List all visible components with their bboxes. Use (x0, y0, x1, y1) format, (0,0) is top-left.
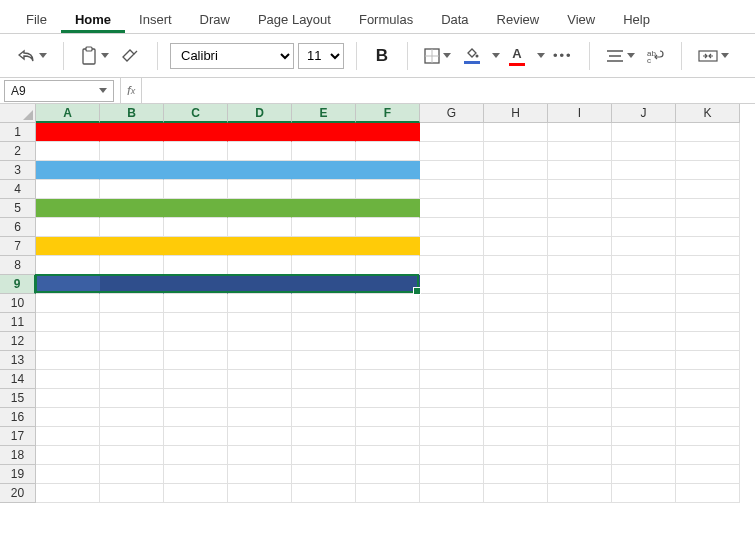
cell[interactable] (228, 237, 292, 256)
cell[interactable] (100, 389, 164, 408)
cell[interactable] (164, 275, 228, 294)
row-header[interactable]: 14 (0, 370, 36, 389)
cell[interactable] (356, 218, 420, 237)
cell[interactable] (228, 142, 292, 161)
cell[interactable] (420, 294, 484, 313)
cell[interactable] (484, 389, 548, 408)
cell[interactable] (100, 275, 164, 294)
cell[interactable] (548, 446, 612, 465)
cell[interactable] (292, 237, 356, 256)
cell[interactable] (228, 351, 292, 370)
cell[interactable] (292, 218, 356, 237)
cell[interactable] (484, 351, 548, 370)
cell[interactable] (356, 427, 420, 446)
cell[interactable] (612, 294, 676, 313)
cell[interactable] (164, 446, 228, 465)
cell[interactable] (228, 370, 292, 389)
cell[interactable] (164, 370, 228, 389)
alignment-button[interactable] (602, 42, 639, 70)
cell[interactable] (164, 294, 228, 313)
cell[interactable] (612, 351, 676, 370)
cell[interactable] (292, 484, 356, 503)
cell[interactable] (292, 313, 356, 332)
cell[interactable] (36, 180, 100, 199)
cell[interactable] (36, 294, 100, 313)
cell[interactable] (420, 199, 484, 218)
tab-home[interactable]: Home (61, 5, 125, 33)
wrap-text-button[interactable]: abc (643, 42, 669, 70)
cell[interactable] (292, 446, 356, 465)
cell[interactable] (100, 123, 164, 142)
cell[interactable] (36, 123, 100, 142)
cell[interactable] (356, 465, 420, 484)
cell[interactable] (420, 180, 484, 199)
column-header[interactable]: F (356, 104, 420, 123)
cell[interactable] (548, 218, 612, 237)
cell[interactable] (356, 408, 420, 427)
cell[interactable] (100, 484, 164, 503)
cell[interactable] (356, 161, 420, 180)
cell[interactable] (100, 351, 164, 370)
cell[interactable] (676, 370, 740, 389)
tab-data[interactable]: Data (427, 5, 482, 33)
cell[interactable] (292, 332, 356, 351)
cell[interactable] (612, 484, 676, 503)
font-name-select[interactable]: Calibri (170, 43, 294, 69)
cell[interactable] (228, 294, 292, 313)
cell[interactable] (100, 313, 164, 332)
cell[interactable] (484, 256, 548, 275)
cell[interactable] (676, 123, 740, 142)
sheet-grid[interactable]: ABCDEFGHIJK12345678910111213141516171819… (0, 104, 755, 503)
cell[interactable] (100, 427, 164, 446)
cell[interactable] (228, 313, 292, 332)
cell[interactable] (164, 484, 228, 503)
cell[interactable] (164, 389, 228, 408)
cell[interactable] (484, 465, 548, 484)
cell[interactable] (676, 180, 740, 199)
tab-help[interactable]: Help (609, 5, 664, 33)
borders-button[interactable] (420, 42, 455, 70)
cell[interactable] (676, 446, 740, 465)
cell[interactable] (164, 123, 228, 142)
cell[interactable] (612, 199, 676, 218)
cell[interactable] (420, 389, 484, 408)
cell[interactable] (36, 142, 100, 161)
cell[interactable] (548, 142, 612, 161)
cell[interactable] (100, 370, 164, 389)
cell[interactable] (228, 256, 292, 275)
cell[interactable] (484, 275, 548, 294)
cell[interactable] (100, 408, 164, 427)
cell[interactable] (292, 275, 356, 294)
cell[interactable] (676, 218, 740, 237)
cell[interactable] (548, 237, 612, 256)
cell[interactable] (36, 465, 100, 484)
cell[interactable] (420, 351, 484, 370)
row-header[interactable]: 13 (0, 351, 36, 370)
cell[interactable] (484, 294, 548, 313)
cell[interactable] (612, 332, 676, 351)
cell[interactable] (356, 446, 420, 465)
cell[interactable] (356, 275, 420, 294)
cell[interactable] (356, 351, 420, 370)
cell[interactable] (548, 199, 612, 218)
cell[interactable] (100, 237, 164, 256)
chevron-down-icon[interactable] (537, 53, 545, 58)
tab-page-layout[interactable]: Page Layout (244, 5, 345, 33)
cell[interactable] (100, 446, 164, 465)
cell[interactable] (676, 275, 740, 294)
cell[interactable] (676, 142, 740, 161)
cell[interactable] (420, 313, 484, 332)
cell[interactable] (676, 237, 740, 256)
cell[interactable] (228, 446, 292, 465)
cell[interactable] (292, 351, 356, 370)
cell[interactable] (228, 199, 292, 218)
cell[interactable] (292, 161, 356, 180)
cell[interactable] (164, 199, 228, 218)
cell[interactable] (100, 161, 164, 180)
cell[interactable] (676, 389, 740, 408)
cell[interactable] (100, 199, 164, 218)
cell[interactable] (228, 465, 292, 484)
column-header[interactable]: H (484, 104, 548, 123)
cell[interactable] (356, 484, 420, 503)
cell[interactable] (612, 389, 676, 408)
